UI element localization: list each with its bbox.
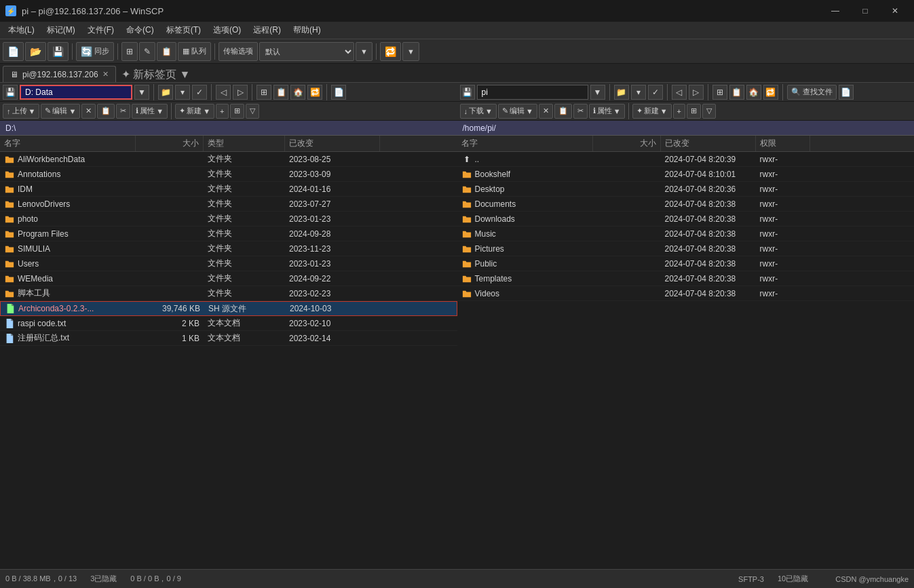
left-check-btn[interactable]: ✓: [192, 85, 207, 100]
right-file-list[interactable]: 名字 大小 已改变 权限 ⬆..2024-07-04 8:20:39rwxr- …: [457, 136, 915, 569]
left-file-list[interactable]: 名字 大小 类型 已改变 AliWorkbenchData文件夹2023-08-…: [0, 136, 457, 569]
left-col-name[interactable]: 名字: [0, 136, 136, 151]
right-delete-btn[interactable]: ✕: [539, 104, 553, 119]
right-file-row[interactable]: Videos2024-07-04 8:20:38rwxr-: [457, 286, 915, 301]
edit-dropdown[interactable]: ▼: [69, 107, 76, 115]
right-new-dropdown[interactable]: ▼: [660, 107, 668, 115]
menu-command[interactable]: 命令(C): [121, 23, 159, 37]
left-copy-btn[interactable]: 📋: [97, 104, 115, 119]
close-button[interactable]: ✕: [881, 0, 909, 22]
new-dropdown[interactable]: ▼: [203, 107, 210, 115]
right-find-btn[interactable]: 🔍 查找文件: [787, 85, 837, 100]
left-col-type[interactable]: 类型: [204, 136, 285, 151]
left-delete-btn[interactable]: ✕: [81, 104, 96, 119]
upload-dropdown[interactable]: ▼: [28, 107, 36, 115]
right-addr-btn2[interactable]: ▾: [631, 85, 646, 100]
right-copy-btn[interactable]: 📋: [554, 104, 572, 119]
left-nav3[interactable]: 🏠: [290, 85, 305, 100]
menu-file[interactable]: 文件(F): [82, 23, 119, 37]
left-file-row[interactable]: 注册码汇总.txt1 KB文本文档2023-02-14: [0, 331, 457, 346]
left-upload-btn[interactable]: ↑ 上传 ▼: [3, 104, 39, 119]
left-file-row[interactable]: 脚本工具文件夹2023-02-23: [0, 286, 457, 301]
menu-help[interactable]: 帮助(H): [288, 23, 326, 37]
new-tab-button[interactable]: ✦ 新标签页 ▼: [116, 67, 196, 82]
transfer-mode-select[interactable]: 默认 二进制 文本: [259, 42, 354, 61]
left-back-btn[interactable]: ◁: [216, 85, 231, 100]
right-col-name[interactable]: 名字: [457, 136, 593, 151]
right-col-perms[interactable]: 权限: [756, 136, 810, 151]
right-edit-btn[interactable]: ✎ 编辑 ▼: [498, 104, 537, 119]
left-file-row[interactable]: raspi code.txt2 KB文本文档2023-02-10: [0, 316, 457, 331]
left-file-row[interactable]: WEMedia文件夹2024-09-22: [0, 271, 457, 286]
right-properties-btn[interactable]: ℹ 属性 ▼: [589, 104, 625, 119]
right-address-input[interactable]: [477, 85, 588, 100]
toolbar-sync-btn[interactable]: 🔄 同步: [76, 42, 114, 61]
right-move-btn[interactable]: ✂: [573, 104, 588, 119]
right-file-row[interactable]: Music2024-07-04 8:20:38rwxr-: [457, 227, 915, 241]
tab-session[interactable]: 🖥 pi@192.168.137.206 ✕: [3, 66, 116, 82]
menu-tabs[interactable]: 标签页(T): [161, 23, 206, 37]
toolbar-save-btn[interactable]: 💾: [47, 42, 69, 61]
left-file-row[interactable]: AliWorkbenchData文件夹2023-08-25: [0, 152, 457, 167]
left-new-btn[interactable]: ✦ 新建 ▼: [175, 104, 214, 119]
right-new2-btn[interactable]: +: [673, 104, 685, 119]
toolbar-refresh-dropdown[interactable]: ▼: [402, 42, 419, 61]
right-file-row[interactable]: Downloads2024-07-04 8:20:38rwxr-: [457, 212, 915, 227]
menu-local[interactable]: 本地(L): [3, 23, 40, 37]
right-check-btn[interactable]: ✓: [648, 85, 663, 100]
left-file-row[interactable]: photo文件夹2023-01-23: [0, 212, 457, 227]
left-col-date[interactable]: 已改变: [285, 136, 380, 151]
right-col-date[interactable]: 已改变: [661, 136, 756, 151]
right-new-btn[interactable]: ✦ 新建 ▼: [632, 104, 672, 119]
right-addr-dropdown[interactable]: ▼: [590, 85, 605, 100]
right-extra-btn[interactable]: 📄: [839, 85, 854, 100]
left-file-row[interactable]: LenovoDrivers文件夹2023-07-27: [0, 197, 457, 212]
right-filter-btn[interactable]: ▽: [702, 104, 716, 119]
toolbar-refresh[interactable]: 🔁: [380, 42, 401, 61]
right-file-row[interactable]: ⬆..2024-07-04 8:20:39rwxr-: [457, 152, 915, 167]
right-file-row[interactable]: Public2024-07-04 8:20:38rwxr-: [457, 256, 915, 271]
left-move-btn[interactable]: ✂: [116, 104, 130, 119]
right-download-btn[interactable]: ↓ 下载 ▼: [460, 104, 497, 119]
left-file-row[interactable]: SIMULIA文件夹2023-11-23: [0, 241, 457, 256]
toolbar-p2[interactable]: ✎: [139, 42, 155, 61]
left-folder-btn[interactable]: 📁: [158, 85, 173, 100]
left-file-row[interactable]: IDM文件夹2024-01-16: [0, 182, 457, 197]
left-filter-btn[interactable]: ▽: [246, 104, 259, 119]
left-col-size[interactable]: 大小: [136, 136, 204, 151]
props-dropdown[interactable]: ▼: [156, 107, 164, 115]
right-file-row[interactable]: Desktop2024-07-04 8:20:36rwxr-: [457, 182, 915, 197]
right-file-row[interactable]: Documents2024-07-04 8:20:38rwxr-: [457, 197, 915, 212]
right-folder-btn[interactable]: 📁: [614, 85, 629, 100]
right-file-row[interactable]: Pictures2024-07-04 8:20:38rwxr-: [457, 241, 915, 256]
left-addr-dropdown[interactable]: ▼: [134, 85, 149, 100]
right-file-row[interactable]: Templates2024-07-04 8:20:38rwxr-: [457, 271, 915, 286]
toolbar-p1[interactable]: ⊞: [121, 42, 138, 61]
left-file-row[interactable]: Program Files文件夹2024-09-28: [0, 227, 457, 241]
toolbar-queue[interactable]: ▦ 队列: [178, 42, 211, 61]
toolbar-transfer-options[interactable]: 传输选项: [218, 42, 258, 61]
right-refresh-btn[interactable]: 🔁: [763, 85, 778, 100]
toolbar-open-btn[interactable]: 📂: [25, 42, 46, 61]
left-nav1[interactable]: ⊞: [256, 85, 271, 100]
left-new3-btn[interactable]: ⊞: [230, 104, 244, 119]
right-nav1[interactable]: ⊞: [712, 85, 727, 100]
left-nav2[interactable]: 📋: [273, 85, 288, 100]
minimize-button[interactable]: —: [822, 0, 849, 22]
right-new3-btn[interactable]: ⊞: [687, 104, 701, 119]
left-address-input[interactable]: [20, 85, 132, 100]
right-nav3[interactable]: 🏠: [746, 85, 761, 100]
left-file-row[interactable]: Annotations文件夹2023-03-09: [0, 167, 457, 182]
maximize-button[interactable]: □: [852, 0, 879, 22]
left-refresh-btn[interactable]: 🔁: [307, 85, 322, 100]
tab-close-button[interactable]: ✕: [102, 70, 109, 79]
right-col-size[interactable]: 大小: [593, 136, 661, 151]
left-properties-btn[interactable]: ℹ 属性 ▼: [132, 104, 168, 119]
right-edit-dropdown[interactable]: ▼: [526, 107, 533, 115]
left-extra-btn[interactable]: 📄: [331, 85, 346, 100]
left-file-row[interactable]: Users文件夹2023-01-23: [0, 256, 457, 271]
left-edit-btn[interactable]: ✎ 编辑 ▼: [41, 104, 80, 119]
menu-mark[interactable]: 标记(M): [41, 23, 81, 37]
left-addr-btn2[interactable]: ▾: [175, 85, 190, 100]
title-bar-controls[interactable]: — □ ✕: [822, 0, 909, 22]
